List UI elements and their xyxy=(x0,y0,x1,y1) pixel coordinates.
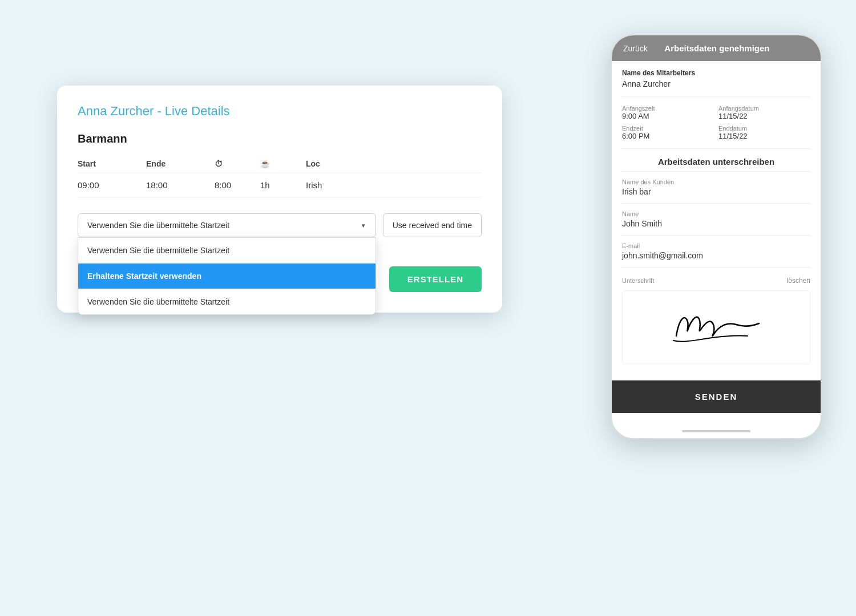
row-start: 09:00 xyxy=(78,180,146,190)
times-row: Anfangszeit 9:00 AM Anfangsdatum 11/15/2… xyxy=(622,105,810,120)
dropdown-menu: Verwenden Sie die übermittelte Startzeit… xyxy=(78,237,376,315)
row-break: 1h xyxy=(260,180,306,190)
email-value: john.smith@gmail.com xyxy=(622,251,810,260)
dropdown-item-1[interactable]: Verwenden Sie die übermittelte Startzeit xyxy=(78,238,375,264)
col-coffee: ☕ xyxy=(260,159,306,168)
name-field: Name John Smith xyxy=(622,204,810,236)
start-date-label: Anfangsdatum xyxy=(718,105,810,112)
end-date-value: 11/15/22 xyxy=(718,132,810,140)
start-time-dropdown-container: Verwenden Sie die übermittelte Startzeit… xyxy=(78,213,376,237)
start-time-block: Anfangszeit 9:00 AM xyxy=(622,105,714,120)
col-clock: ⏱ xyxy=(215,159,260,168)
start-time-label: Anfangszeit xyxy=(622,105,714,112)
dropdown-item-2-selected[interactable]: Erhaltene Startzeit verwenden xyxy=(78,264,375,289)
end-time-value: 6:00 PM xyxy=(622,132,714,140)
client-name-field: Name des Kunden Irish bar xyxy=(622,172,810,204)
client-name-label: Name des Kunden xyxy=(622,179,810,185)
end-date-label: Enddatum xyxy=(718,125,810,132)
phone-back-button[interactable]: Zurück xyxy=(623,44,648,53)
phone-wrapper: Zurück Arbeitsdaten genehmigen Name des … xyxy=(611,34,822,439)
end-time-block: Endzeit 6:00 PM xyxy=(622,125,714,140)
start-date-block: Anfangsdatum 11/15/22 xyxy=(718,105,810,120)
end-time-label: Endzeit xyxy=(622,125,714,132)
name-value: John Smith xyxy=(622,219,810,228)
create-button[interactable]: ERSTELLEN xyxy=(389,266,482,292)
end-date-block: Enddatum 11/15/22 xyxy=(718,125,810,140)
end-time-button[interactable]: Use received end time xyxy=(383,213,482,237)
client-name-value: Irish bar xyxy=(622,187,810,196)
times-section: Anfangszeit 9:00 AM Anfangsdatum 11/15/2… xyxy=(622,97,810,149)
phone-header: Zurück Arbeitsdaten genehmigen xyxy=(612,35,821,61)
col-start: Start xyxy=(78,159,146,168)
row-location: Irish xyxy=(306,180,482,190)
start-time-dropdown[interactable]: Verwenden Sie die übermittelte Startzeit… xyxy=(78,213,376,237)
row-end: 18:00 xyxy=(146,180,215,190)
start-time-value: 9:00 AM xyxy=(622,112,714,120)
start-date-value: 11/15/22 xyxy=(718,112,810,120)
dropdown-selected-label: Verwenden Sie die übermittelte Startzeit xyxy=(87,221,229,230)
col-end: Ende xyxy=(146,159,215,168)
signature-area: Unterschrift löschen xyxy=(622,268,810,374)
signature-header: Unterschrift löschen xyxy=(622,277,810,285)
email-label: E-mail xyxy=(622,242,810,249)
signature-label: Unterschrift xyxy=(622,277,654,284)
send-button[interactable]: SENDEN xyxy=(612,380,821,413)
phone-header-title: Arbeitsdaten genehmigen xyxy=(664,43,769,53)
col-location: Loc xyxy=(306,159,482,168)
dropdown-arrow: ▼ xyxy=(361,222,366,229)
phone-home-indicator xyxy=(682,430,750,432)
sign-section-title: Arbeitsdaten unterschreiben xyxy=(622,149,810,172)
phone: Zurück Arbeitsdaten genehmigen Name des … xyxy=(611,34,822,439)
email-field: E-mail john.smith@gmail.com xyxy=(622,236,810,268)
row-hours: 8:00 xyxy=(215,180,260,190)
signature-delete-button[interactable]: löschen xyxy=(787,277,810,285)
dropdown-item-3[interactable]: Verwenden Sie die übermittelte Startzeit xyxy=(78,289,375,314)
card-title: Anna Zurcher - Live Details xyxy=(78,104,482,119)
table-header: Start Ende ⏱ ☕ Loc xyxy=(78,155,482,173)
employee-name-section: Name des Mitarbeiters Anna Zurcher xyxy=(622,61,810,97)
employee-name-label: Name des Mitarbeiters xyxy=(622,69,810,77)
job-title: Barmann xyxy=(78,132,482,145)
table-row: 09:00 18:00 8:00 1h Irish xyxy=(78,173,482,197)
name-label: Name xyxy=(622,210,810,217)
signature-drawing xyxy=(659,302,773,353)
controls-row: Verwenden Sie die übermittelte Startzeit… xyxy=(78,213,482,237)
phone-body: Name des Mitarbeiters Anna Zurcher Anfan… xyxy=(612,61,821,424)
desktop-card: Anna Zurcher - Live Details Barmann Star… xyxy=(57,86,502,313)
signature-box[interactable] xyxy=(622,290,810,364)
end-times-row: Endzeit 6:00 PM Enddatum 11/15/22 xyxy=(622,125,810,140)
employee-name-value: Anna Zurcher xyxy=(622,79,810,88)
